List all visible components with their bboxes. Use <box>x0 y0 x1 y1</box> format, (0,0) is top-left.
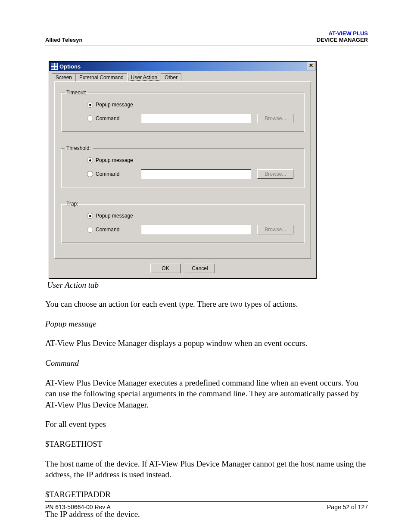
group-threshold: Threshold: Popup message Command Browse.… <box>61 145 305 188</box>
doc-header-product: AT-VIEW PLUS <box>317 30 368 37</box>
body-text: You can choose an action for each event … <box>45 299 368 520</box>
tab-screen[interactable]: Screen <box>52 73 76 81</box>
trap-browse-button[interactable]: Browse... <box>257 225 293 234</box>
dialog-titlebar: Options ✕ <box>49 62 316 71</box>
threshold-browse-button[interactable]: Browse... <box>257 169 293 179</box>
arg-targethost: $TARGETHOST <box>45 439 368 450</box>
timeout-popup-label: Popup message <box>96 102 133 108</box>
doc-header-left: Allied Telesyn <box>45 37 82 43</box>
trap-command-label: Command <box>96 227 119 233</box>
intro-paragraph: You can choose an action for each event … <box>45 299 368 310</box>
command-term: Command <box>45 358 368 369</box>
doc-footer: PN 613-50664-00 Rev A Page 52 of 127 <box>45 501 368 510</box>
ok-button[interactable]: OK <box>150 264 181 273</box>
dialog-button-bar: OK Cancel <box>49 258 316 278</box>
timeout-browse-button[interactable]: Browse... <box>257 114 293 123</box>
tab-other[interactable]: Other <box>161 73 181 81</box>
arg-targetipaddr: $TARGETIPADDR <box>45 489 368 500</box>
tabpanel-user-action: Timeout: Popup message Command Browse...… <box>54 81 311 258</box>
trap-command-radio[interactable] <box>87 227 93 233</box>
tab-user-action[interactable]: User Action <box>127 73 161 81</box>
threshold-command-label: Command <box>96 171 119 177</box>
timeout-popup-radio[interactable] <box>87 102 93 108</box>
footer-pn: PN 613-50664-00 Rev A <box>45 504 111 510</box>
group-timeout: Timeout: Popup message Command Browse... <box>61 90 305 132</box>
popup-desc: AT-View Plus Device Manager displays a p… <box>45 338 368 349</box>
all-events-heading: For all event types <box>45 419 368 430</box>
threshold-popup-label: Popup message <box>96 157 133 163</box>
figure-caption: User Action tab <box>47 280 368 290</box>
group-timeout-legend: Timeout: <box>65 90 88 96</box>
options-dialog: Options ✕ Screen External Command User A… <box>49 61 317 279</box>
arg-targethost-desc: The host name of the device. If AT-View … <box>45 458 368 480</box>
tab-external-command[interactable]: External Command <box>75 73 128 81</box>
command-desc: AT-View Plus Device Manager executes a p… <box>45 377 368 411</box>
app-icon <box>51 63 58 70</box>
doc-header-module: DEVICE MANAGER <box>317 37 368 43</box>
timeout-command-label: Command <box>96 115 119 121</box>
timeout-command-input[interactable] <box>141 114 251 123</box>
doc-header: Allied Telesyn AT-VIEW PLUS DEVICE MANAG… <box>45 30 368 46</box>
group-trap-legend: Trap: <box>65 201 80 207</box>
popup-term: Popup message <box>45 318 368 330</box>
cancel-button[interactable]: Cancel <box>185 264 215 273</box>
threshold-command-radio[interactable] <box>87 171 93 177</box>
close-button[interactable]: ✕ <box>307 62 315 70</box>
group-threshold-legend: Threshold: <box>65 145 93 151</box>
tabstrip: Screen External Command User Action Othe… <box>49 71 316 258</box>
footer-page: Page 52 of 127 <box>327 504 368 510</box>
group-trap: Trap: Popup message Command Browse... <box>61 201 305 243</box>
threshold-command-input[interactable] <box>141 169 251 179</box>
timeout-command-radio[interactable] <box>87 115 93 121</box>
threshold-popup-radio[interactable] <box>87 157 93 163</box>
trap-popup-radio[interactable] <box>87 213 93 219</box>
trap-command-input[interactable] <box>141 225 251 234</box>
trap-popup-label: Popup message <box>96 213 133 219</box>
dialog-title: Options <box>59 63 307 70</box>
